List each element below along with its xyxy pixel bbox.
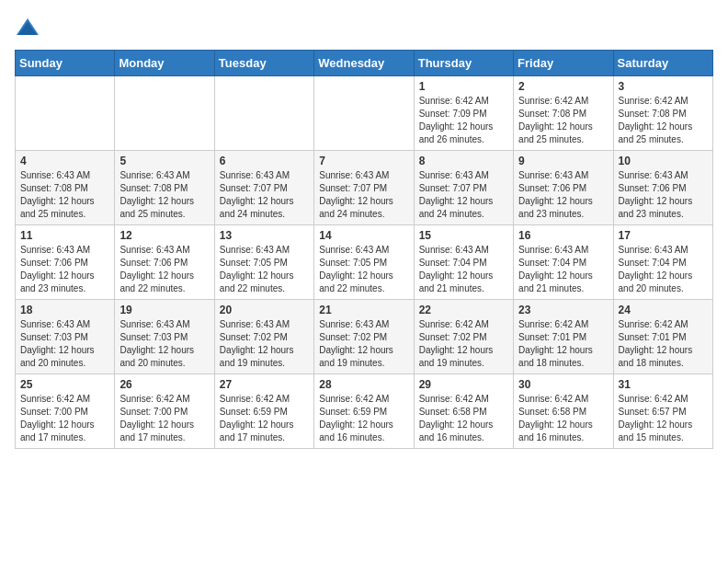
day-number: 3 bbox=[619, 80, 708, 93]
calendar-header-row: SundayMondayTuesdayWednesdayThursdayFrid… bbox=[16, 51, 713, 76]
header bbox=[15, 15, 713, 40]
calendar-cell: 11Sunrise: 6:43 AM Sunset: 7:06 PM Dayli… bbox=[16, 225, 115, 300]
calendar-cell: 4Sunrise: 6:43 AM Sunset: 7:08 PM Daylig… bbox=[16, 151, 115, 225]
calendar-cell: 18Sunrise: 6:43 AM Sunset: 7:03 PM Dayli… bbox=[16, 300, 115, 374]
cell-content: Sunrise: 6:43 AM Sunset: 7:06 PM Dayligh… bbox=[619, 169, 708, 221]
cell-content: Sunrise: 6:43 AM Sunset: 7:04 PM Dayligh… bbox=[419, 244, 508, 295]
day-header-friday: Friday bbox=[514, 51, 613, 76]
cell-content: Sunrise: 6:42 AM Sunset: 7:08 PM Dayligh… bbox=[518, 95, 608, 146]
day-number: 23 bbox=[518, 304, 608, 316]
cell-content: Sunrise: 6:42 AM Sunset: 7:02 PM Dayligh… bbox=[419, 318, 508, 370]
day-number: 26 bbox=[119, 378, 209, 391]
cell-content: Sunrise: 6:43 AM Sunset: 7:04 PM Dayligh… bbox=[619, 244, 708, 295]
calendar-cell: 10Sunrise: 6:43 AM Sunset: 7:06 PM Dayli… bbox=[613, 151, 712, 225]
week-row-4: 18Sunrise: 6:43 AM Sunset: 7:03 PM Dayli… bbox=[16, 300, 713, 374]
day-number: 22 bbox=[419, 304, 508, 316]
calendar-cell: 23Sunrise: 6:42 AM Sunset: 7:01 PM Dayli… bbox=[514, 300, 613, 374]
calendar-cell: 30Sunrise: 6:42 AM Sunset: 6:58 PM Dayli… bbox=[514, 374, 613, 449]
calendar-cell: 22Sunrise: 6:42 AM Sunset: 7:02 PM Dayli… bbox=[414, 300, 513, 374]
cell-content: Sunrise: 6:43 AM Sunset: 7:06 PM Dayligh… bbox=[119, 244, 209, 295]
cell-content: Sunrise: 6:43 AM Sunset: 7:04 PM Dayligh… bbox=[518, 244, 608, 295]
calendar-cell: 9Sunrise: 6:43 AM Sunset: 7:06 PM Daylig… bbox=[514, 151, 613, 225]
day-number: 20 bbox=[220, 304, 309, 316]
cell-content: Sunrise: 6:43 AM Sunset: 7:08 PM Dayligh… bbox=[20, 169, 109, 221]
day-number: 25 bbox=[20, 378, 109, 391]
cell-content: Sunrise: 6:43 AM Sunset: 7:07 PM Dayligh… bbox=[220, 169, 309, 221]
calendar-cell: 21Sunrise: 6:43 AM Sunset: 7:02 PM Dayli… bbox=[314, 300, 414, 374]
day-header-monday: Monday bbox=[115, 51, 214, 76]
day-number: 19 bbox=[119, 304, 209, 316]
calendar-cell: 31Sunrise: 6:42 AM Sunset: 6:57 PM Dayli… bbox=[613, 374, 712, 449]
cell-content: Sunrise: 6:42 AM Sunset: 6:59 PM Dayligh… bbox=[220, 393, 309, 444]
day-header-tuesday: Tuesday bbox=[214, 51, 313, 76]
day-number: 6 bbox=[220, 155, 309, 167]
logo bbox=[15, 15, 44, 40]
calendar-cell: 15Sunrise: 6:43 AM Sunset: 7:04 PM Dayli… bbox=[414, 225, 513, 300]
day-number: 18 bbox=[20, 304, 109, 316]
cell-content: Sunrise: 6:42 AM Sunset: 6:58 PM Dayligh… bbox=[419, 393, 508, 444]
calendar-cell bbox=[115, 76, 214, 151]
calendar-cell: 13Sunrise: 6:43 AM Sunset: 7:05 PM Dayli… bbox=[214, 225, 313, 300]
cell-content: Sunrise: 6:42 AM Sunset: 7:01 PM Dayligh… bbox=[518, 318, 608, 370]
calendar-cell bbox=[16, 76, 115, 151]
generalblue-icon bbox=[15, 15, 40, 40]
calendar-cell: 3Sunrise: 6:42 AM Sunset: 7:08 PM Daylig… bbox=[613, 76, 712, 151]
calendar-cell: 2Sunrise: 6:42 AM Sunset: 7:08 PM Daylig… bbox=[514, 76, 613, 151]
calendar-cell: 19Sunrise: 6:43 AM Sunset: 7:03 PM Dayli… bbox=[115, 300, 214, 374]
calendar-cell: 5Sunrise: 6:43 AM Sunset: 7:08 PM Daylig… bbox=[115, 151, 214, 225]
day-header-saturday: Saturday bbox=[613, 51, 712, 76]
cell-content: Sunrise: 6:43 AM Sunset: 7:03 PM Dayligh… bbox=[20, 318, 109, 370]
calendar-cell: 6Sunrise: 6:43 AM Sunset: 7:07 PM Daylig… bbox=[214, 151, 313, 225]
day-header-wednesday: Wednesday bbox=[314, 51, 414, 76]
day-number: 30 bbox=[518, 378, 608, 391]
day-header-sunday: Sunday bbox=[16, 51, 115, 76]
calendar-cell: 29Sunrise: 6:42 AM Sunset: 6:58 PM Dayli… bbox=[414, 374, 513, 449]
day-number: 27 bbox=[220, 378, 309, 391]
cell-content: Sunrise: 6:42 AM Sunset: 6:58 PM Dayligh… bbox=[518, 393, 608, 444]
day-number: 13 bbox=[220, 229, 309, 242]
calendar-cell: 16Sunrise: 6:43 AM Sunset: 7:04 PM Dayli… bbox=[514, 225, 613, 300]
cell-content: Sunrise: 6:43 AM Sunset: 7:06 PM Dayligh… bbox=[518, 169, 608, 221]
calendar-cell: 24Sunrise: 6:42 AM Sunset: 7:01 PM Dayli… bbox=[613, 300, 712, 374]
cell-content: Sunrise: 6:43 AM Sunset: 7:02 PM Dayligh… bbox=[220, 318, 309, 370]
calendar-cell bbox=[314, 76, 414, 151]
calendar: SundayMondayTuesdayWednesdayThursdayFrid… bbox=[15, 50, 713, 449]
cell-content: Sunrise: 6:42 AM Sunset: 7:09 PM Dayligh… bbox=[419, 95, 508, 146]
day-number: 21 bbox=[319, 304, 408, 316]
day-number: 2 bbox=[518, 80, 608, 93]
calendar-cell: 8Sunrise: 6:43 AM Sunset: 7:07 PM Daylig… bbox=[414, 151, 513, 225]
calendar-cell: 14Sunrise: 6:43 AM Sunset: 7:05 PM Dayli… bbox=[314, 225, 414, 300]
day-number: 9 bbox=[518, 155, 608, 167]
cell-content: Sunrise: 6:42 AM Sunset: 7:00 PM Dayligh… bbox=[119, 393, 209, 444]
day-number: 5 bbox=[119, 155, 209, 167]
cell-content: Sunrise: 6:42 AM Sunset: 7:00 PM Dayligh… bbox=[20, 393, 109, 444]
cell-content: Sunrise: 6:43 AM Sunset: 7:02 PM Dayligh… bbox=[319, 318, 408, 370]
day-number: 1 bbox=[419, 80, 508, 93]
day-number: 12 bbox=[119, 229, 209, 242]
week-row-2: 4Sunrise: 6:43 AM Sunset: 7:08 PM Daylig… bbox=[16, 151, 713, 225]
day-number: 16 bbox=[518, 229, 608, 242]
day-number: 24 bbox=[619, 304, 708, 316]
cell-content: Sunrise: 6:42 AM Sunset: 6:59 PM Dayligh… bbox=[319, 393, 408, 444]
day-number: 10 bbox=[619, 155, 708, 167]
calendar-cell: 20Sunrise: 6:43 AM Sunset: 7:02 PM Dayli… bbox=[214, 300, 313, 374]
day-number: 8 bbox=[419, 155, 508, 167]
cell-content: Sunrise: 6:43 AM Sunset: 7:05 PM Dayligh… bbox=[319, 244, 408, 295]
cell-content: Sunrise: 6:43 AM Sunset: 7:06 PM Dayligh… bbox=[20, 244, 109, 295]
day-number: 31 bbox=[619, 378, 708, 391]
day-number: 15 bbox=[419, 229, 508, 242]
week-row-1: 1Sunrise: 6:42 AM Sunset: 7:09 PM Daylig… bbox=[16, 76, 713, 151]
day-number: 11 bbox=[20, 229, 109, 242]
cell-content: Sunrise: 6:43 AM Sunset: 7:03 PM Dayligh… bbox=[119, 318, 209, 370]
cell-content: Sunrise: 6:43 AM Sunset: 7:05 PM Dayligh… bbox=[220, 244, 309, 295]
cell-content: Sunrise: 6:43 AM Sunset: 7:08 PM Dayligh… bbox=[119, 169, 209, 221]
day-number: 7 bbox=[319, 155, 408, 167]
day-number: 29 bbox=[419, 378, 508, 391]
cell-content: Sunrise: 6:43 AM Sunset: 7:07 PM Dayligh… bbox=[419, 169, 508, 221]
day-number: 4 bbox=[20, 155, 109, 167]
calendar-cell: 7Sunrise: 6:43 AM Sunset: 7:07 PM Daylig… bbox=[314, 151, 414, 225]
cell-content: Sunrise: 6:42 AM Sunset: 6:57 PM Dayligh… bbox=[619, 393, 708, 444]
day-number: 17 bbox=[619, 229, 708, 242]
calendar-cell: 28Sunrise: 6:42 AM Sunset: 6:59 PM Dayli… bbox=[314, 374, 414, 449]
day-header-thursday: Thursday bbox=[414, 51, 513, 76]
